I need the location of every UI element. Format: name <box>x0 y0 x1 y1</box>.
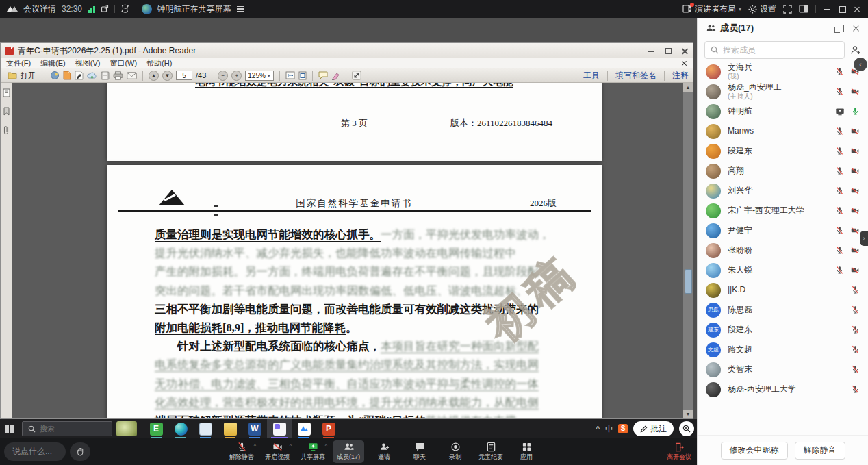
mic-muted-icon[interactable] <box>835 206 844 215</box>
side-toolbar-handle[interactable]: › <box>860 231 868 246</box>
taskbar-app-powerpoint[interactable]: P <box>316 419 341 438</box>
member-row[interactable]: 尹健宁 <box>698 221 868 240</box>
convert-pdf-icon[interactable] <box>63 71 71 80</box>
page-thumbnails-icon[interactable] <box>3 88 10 97</box>
popout-panel-icon[interactable] <box>837 25 844 32</box>
fullscreen-icon[interactable] <box>783 5 792 14</box>
mic-muted-icon[interactable] <box>851 286 860 294</box>
taskbar-app-active-shared[interactable] <box>267 419 292 438</box>
tray-expand-caret[interactable]: ^ <box>596 425 600 433</box>
member-row[interactable]: ||K.D <box>698 280 868 300</box>
start-button[interactable] <box>0 419 18 438</box>
mic-muted-icon[interactable] <box>851 345 860 354</box>
taskbar-search[interactable] <box>22 421 112 436</box>
tray-sogou-icon[interactable]: S <box>618 424 628 433</box>
sidebar-toggle-icon[interactable] <box>799 5 808 13</box>
annotate-button[interactable]: 批注 <box>633 421 674 436</box>
close-button[interactable] <box>853 5 861 13</box>
menu-view[interactable]: 视图(V) <box>75 58 101 68</box>
member-row[interactable]: 朱大锐 <box>698 260 868 280</box>
fit-width-icon[interactable] <box>285 71 295 79</box>
sign-icon[interactable] <box>75 71 84 80</box>
menu-edit[interactable]: 编辑(E) <box>40 58 66 68</box>
invite-button[interactable]: 邀请 <box>368 440 400 463</box>
mic-muted-icon[interactable] <box>835 67 844 76</box>
camera-muted-icon[interactable] <box>850 186 860 195</box>
member-row[interactable]: 杨磊_西安理工 (主持人) <box>698 81 868 101</box>
mic-muted-icon[interactable] <box>851 385 860 394</box>
adobe-close-button[interactable] <box>681 47 689 55</box>
camera-muted-icon[interactable] <box>850 246 860 255</box>
member-search-input[interactable] <box>723 45 826 55</box>
camera-muted-icon[interactable] <box>850 127 860 136</box>
attachments-icon[interactable] <box>3 125 10 135</box>
scrollbar-thumb[interactable] <box>685 269 692 294</box>
magnifier-zoom-button[interactable] <box>679 421 694 436</box>
zoom-level-select[interactable]: 125%▼ <box>245 71 274 81</box>
highlight-icon[interactable] <box>331 71 340 80</box>
member-row[interactable]: Manws <box>698 121 868 141</box>
camera-muted-icon[interactable] <box>850 147 860 155</box>
member-row[interactable]: 钟明航 <box>698 101 868 121</box>
page-number-input[interactable] <box>176 71 192 80</box>
comment-link[interactable]: 注释 <box>672 70 689 81</box>
adobe-restore-button[interactable] <box>664 47 672 55</box>
member-row[interactable]: 文海兵 (我) <box>698 62 868 81</box>
document-close-icon[interactable] <box>681 60 687 66</box>
start-video-button[interactable]: ^ 开启视频 <box>261 440 293 463</box>
menu-file[interactable]: 文件(F) <box>6 58 31 68</box>
document-viewport[interactable]: 电网节能增效是电力系统相关“双碳”目标的重要技术支撑，同广大电能 第 3 页 版… <box>1 83 693 418</box>
taskbar-app-green[interactable]: E <box>144 419 168 438</box>
maximize-button[interactable] <box>838 5 846 13</box>
settings-button[interactable]: 设置 <box>748 3 776 15</box>
member-row[interactable]: 段建东 <box>698 141 868 161</box>
mic-muted-icon[interactable] <box>851 305 860 314</box>
taskbar-app-notes[interactable] <box>193 419 218 438</box>
tray-language-indicator[interactable]: 中 <box>605 424 613 434</box>
fit-page-icon[interactable] <box>298 71 307 80</box>
camera-muted-icon[interactable] <box>850 67 860 76</box>
sharing-menu-icon[interactable] <box>237 6 244 12</box>
menu-window[interactable]: 窗口(W) <box>110 58 137 68</box>
camera-muted-icon[interactable] <box>850 266 860 275</box>
leave-meeting-button[interactable]: 离开会议 <box>667 438 691 465</box>
member-row[interactable]: 高翔 <box>698 161 868 181</box>
fill-sign-link[interactable]: 填写和签名 <box>615 70 656 81</box>
unmute-request-button[interactable]: 解除静音 <box>795 442 845 460</box>
email-icon[interactable] <box>127 72 137 79</box>
zoom-in-button[interactable]: + <box>231 71 242 81</box>
meeting-detail-button[interactable]: 会议详情 <box>23 3 56 15</box>
open-button[interactable]: 打开 <box>5 70 38 81</box>
camera-muted-icon[interactable] <box>850 166 860 175</box>
taskbar-app-word[interactable]: W <box>242 419 267 438</box>
tools-link[interactable]: 工具 <box>583 70 600 81</box>
save-icon[interactable] <box>101 71 110 80</box>
adobe-minimize-button[interactable] <box>647 47 654 55</box>
mic-muted-icon[interactable] <box>835 87 844 96</box>
next-page-button[interactable]: ▼ <box>162 71 173 81</box>
mic-muted-icon[interactable] <box>851 365 860 374</box>
bookmarks-icon[interactable] <box>3 107 10 116</box>
record-button[interactable]: 录制 <box>439 440 471 463</box>
widgets-weather-thumbnail[interactable] <box>116 421 137 436</box>
mic-muted-icon[interactable] <box>835 166 844 175</box>
mic-muted-icon[interactable] <box>835 226 844 235</box>
add-member-icon[interactable] <box>850 45 861 55</box>
expand-toolbar-icon[interactable] <box>352 71 361 80</box>
comment-icon[interactable] <box>318 71 328 79</box>
zoom-out-button[interactable]: − <box>218 71 228 81</box>
unmute-button[interactable]: ^ 解除静音 <box>226 440 257 463</box>
camera-muted-icon[interactable] <box>850 87 860 96</box>
taskbar-app-meeting[interactable] <box>292 419 316 438</box>
adobe-titlebar[interactable]: 青年C-申请书2026年2.25 (1).pdf - Adobe Reader <box>1 43 693 58</box>
camera-muted-icon[interactable] <box>850 206 860 215</box>
taskbar-app-explorer[interactable] <box>218 419 242 438</box>
mic-muted-icon[interactable] <box>835 147 844 155</box>
close-panel-icon[interactable] <box>852 25 860 32</box>
mic-on-icon[interactable] <box>851 107 860 116</box>
members-button[interactable]: 成员(17) <box>333 440 364 463</box>
member-row[interactable]: 思磊 陈思磊 <box>698 300 868 320</box>
rename-button[interactable]: 修改会中昵称 <box>721 442 788 460</box>
mic-muted-icon[interactable] <box>835 246 844 255</box>
member-row[interactable]: 杨磊-西安理工大学 <box>698 379 868 399</box>
